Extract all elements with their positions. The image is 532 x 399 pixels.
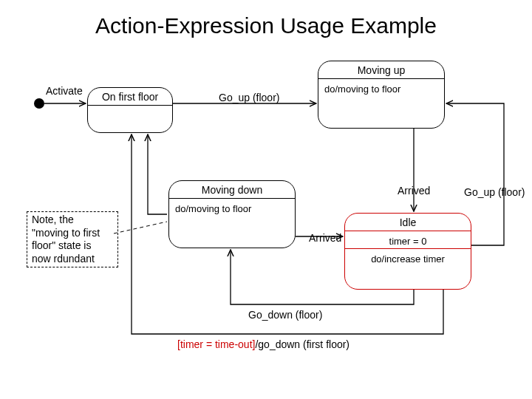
state-moving-down: Moving down do/moving to floor — [168, 180, 296, 248]
note-box: Note, the "moving to first floor" state … — [27, 211, 118, 267]
label-timeout-action: [timer = time-out]/go_down (first floor) — [177, 338, 349, 350]
state-body: do/increase timer — [345, 249, 471, 266]
label-arrived-2: Arrived — [309, 232, 341, 244]
state-moving-up: Moving up do/moving to floor — [318, 61, 445, 129]
state-body: do/moving to floor — [318, 79, 444, 96]
action-text: go_down (first floor) — [258, 338, 349, 350]
initial-state-dot — [34, 98, 44, 109]
state-title: Idle — [345, 214, 471, 231]
label-activate: Activate — [46, 85, 83, 97]
label-go-down: Go_down (floor) — [248, 309, 322, 321]
state-on-first-floor: On first floor — [87, 87, 173, 133]
guard-text: [timer = time-out] — [177, 338, 255, 350]
state-divider — [88, 105, 172, 106]
label-go-up-2: Go_up (floor) — [464, 186, 525, 198]
state-title: Moving up — [318, 61, 444, 78]
label-arrived-1: Arrived — [398, 185, 430, 197]
state-idle: Idle timer = 0 do/increase timer — [344, 213, 471, 290]
state-title: On first floor — [88, 88, 172, 105]
state-body: do/moving to floor — [169, 199, 295, 216]
svg-line-4 — [114, 222, 167, 233]
label-go-up-1: Go_up (floor) — [219, 92, 279, 103]
state-body: timer = 0 — [345, 231, 471, 248]
page-title: Action-Expression Usage Example — [0, 13, 532, 38]
state-title: Moving down — [169, 181, 295, 198]
